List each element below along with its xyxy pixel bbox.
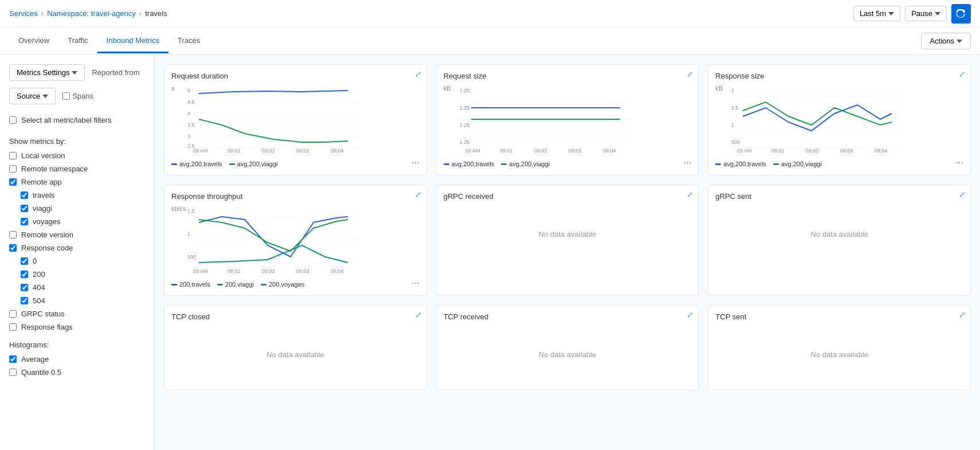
chart-request-size-y-unit: kB: [444, 85, 451, 92]
average-row[interactable]: Average: [9, 353, 145, 366]
chart-response-throughput-more[interactable]: ···: [411, 278, 419, 288]
chart-tcp-received-expand[interactable]: ⤢: [687, 310, 693, 319]
breadcrumb-current: travels: [145, 9, 167, 18]
average-checkbox[interactable]: [9, 355, 17, 363]
legend-dot-tp-travels: [171, 284, 177, 285]
time-range-select[interactable]: Last 5m: [853, 6, 900, 21]
sidebar: Metrics Settings Reported from Source Sp…: [0, 55, 155, 450]
metrics-settings-dropdown-icon: [72, 71, 77, 75]
legend-dot-rsize-travels: [444, 163, 449, 165]
sub-app-viaggi-checkbox[interactable]: [21, 205, 28, 212]
spans-checkbox-label[interactable]: Spans: [62, 92, 93, 100]
legend-dot-respsize-viaggi: [773, 163, 779, 165]
code-200-checkbox[interactable]: [21, 271, 28, 278]
select-all-row[interactable]: Select all metric/label filters: [9, 114, 145, 127]
chart-request-duration-expand[interactable]: ⤢: [415, 69, 422, 79]
code-404-row[interactable]: 404: [21, 281, 145, 294]
code-0-row[interactable]: 0: [21, 255, 145, 268]
chart-grpc-sent-no-data: No data available: [715, 205, 963, 263]
legend-item-tp-viaggi: 200,viaggi: [217, 281, 254, 288]
chart-tcp-sent-expand[interactable]: ⤢: [959, 310, 966, 319]
chart-response-size-more[interactable]: ···: [956, 158, 963, 168]
chart-tcp-closed-expand[interactable]: ⤢: [415, 310, 422, 319]
response-codes-list: 0 200 404 504: [9, 255, 145, 307]
legend-dot-tp-voyages: [261, 284, 266, 285]
chart-request-size-more[interactable]: ···: [684, 158, 691, 168]
remote-namespace-row[interactable]: Remote namespace: [9, 162, 145, 175]
svg-text:09:04: 09:04: [603, 148, 616, 154]
legend-item-tp-travels: 200,travels: [171, 281, 210, 288]
svg-text:3.5: 3.5: [187, 122, 195, 128]
chart-grpc-received-expand[interactable]: ⤢: [687, 190, 693, 199]
sub-app-viaggi[interactable]: viaggi: [21, 202, 145, 215]
refresh-button[interactable]: [951, 4, 971, 24]
quantile-row[interactable]: Quantile 0.5: [9, 366, 145, 379]
code-504-checkbox[interactable]: [21, 297, 28, 304]
chart-request-size-expand[interactable]: ⤢: [687, 69, 693, 79]
histograms-label: Histograms:: [9, 341, 145, 349]
chart-tcp-closed-title: TCP closed: [171, 312, 420, 321]
chart-request-duration-y-unit: s: [171, 85, 175, 92]
local-version-row[interactable]: Local version: [9, 149, 145, 162]
chart-response-size-title: Response size: [715, 72, 963, 80]
svg-text:500: 500: [731, 139, 740, 145]
sub-app-voyages-checkbox[interactable]: [21, 218, 28, 225]
chart-response-throughput-svg: 1.5 1 500 09 AM 09:01 09:02 09:03 09:0: [187, 205, 359, 274]
response-code-row[interactable]: Response code: [9, 241, 145, 255]
breadcrumb-services[interactable]: Services: [9, 9, 38, 18]
svg-text:1.25: 1.25: [460, 105, 470, 111]
legend-dot-travels: [171, 163, 177, 165]
remote-namespace-checkbox[interactable]: [9, 165, 17, 173]
chart-tcp-sent: TCP sent ⤢ No data available: [708, 305, 971, 390]
sub-app-travels-checkbox[interactable]: [21, 191, 28, 199]
chart-request-duration-more[interactable]: ···: [411, 158, 419, 168]
svg-text:09:02: 09:02: [534, 148, 547, 154]
header-right: Last 5m Pause: [853, 4, 971, 24]
chart-request-size: Request size ⤢ kB 1.25 1.25 1.25 1.25: [436, 64, 699, 175]
reported-from-label: Reported from: [92, 68, 139, 77]
breadcrumb-namespace[interactable]: Namespace: travel-agency: [47, 9, 136, 18]
remote-version-row[interactable]: Remote version: [9, 228, 145, 241]
select-all-checkbox[interactable]: [9, 116, 17, 124]
filter-bar: Metrics Settings Reported from Source Sp…: [9, 64, 145, 104]
legend-item-travels: avg,200,travels: [171, 161, 222, 167]
pause-button[interactable]: Pause: [905, 6, 947, 21]
chart-grpc-sent-expand[interactable]: ⤢: [959, 190, 966, 199]
response-flags-checkbox[interactable]: [9, 323, 17, 331]
response-code-checkbox[interactable]: [9, 244, 17, 252]
local-version-checkbox[interactable]: [9, 152, 17, 159]
chart-response-throughput-expand[interactable]: ⤢: [415, 190, 422, 199]
remote-app-checkbox[interactable]: [9, 178, 17, 186]
chart-request-size-title: Request size: [444, 72, 692, 80]
source-button[interactable]: Source: [9, 88, 56, 104]
grpc-status-checkbox[interactable]: [9, 310, 17, 318]
actions-button[interactable]: Actions: [921, 33, 971, 49]
svg-text:09:03: 09:03: [840, 148, 853, 154]
code-404-checkbox[interactable]: [21, 284, 28, 291]
response-flags-row[interactable]: Response flags: [9, 320, 145, 334]
legend-dot-viaggi: [229, 163, 235, 165]
sub-app-travels[interactable]: travels: [21, 189, 145, 202]
tab-inbound-metrics[interactable]: Inbound Metrics: [97, 29, 169, 53]
code-200-row[interactable]: 200: [21, 268, 145, 281]
svg-text:09:01: 09:01: [228, 148, 241, 154]
remote-version-checkbox[interactable]: [9, 231, 17, 238]
chart-response-throughput: Response throughput ⤢ kbit/s 1.5 1 500: [164, 185, 427, 296]
main-content: Metrics Settings Reported from Source Sp…: [0, 55, 980, 450]
remote-app-row[interactable]: Remote app: [9, 175, 145, 189]
chart-tcp-closed-no-data: No data available: [171, 326, 420, 383]
quantile-checkbox[interactable]: [9, 369, 17, 376]
tab-overview[interactable]: Overview: [9, 29, 58, 53]
chart-request-size-svg: 1.25 1.25 1.25 1.25 09 AM 09:01 09:02 09…: [460, 85, 632, 154]
svg-text:09:02: 09:02: [262, 148, 275, 154]
code-0-checkbox[interactable]: [21, 257, 28, 265]
tab-traces[interactable]: Traces: [168, 29, 209, 53]
code-504-row[interactable]: 504: [21, 294, 145, 307]
chart-response-size-expand[interactable]: ⤢: [959, 69, 966, 79]
sub-app-voyages[interactable]: voyages: [21, 215, 145, 228]
spans-checkbox[interactable]: [62, 92, 70, 100]
metrics-settings-button[interactable]: Metrics Settings: [9, 64, 85, 81]
chart-request-duration-svg: 5 4.5 4 3.5 3 2.5 09 AM 09:01 09:02: [187, 85, 359, 154]
grpc-status-row[interactable]: GRPC status: [9, 307, 145, 320]
tab-traffic[interactable]: Traffic: [58, 29, 97, 53]
